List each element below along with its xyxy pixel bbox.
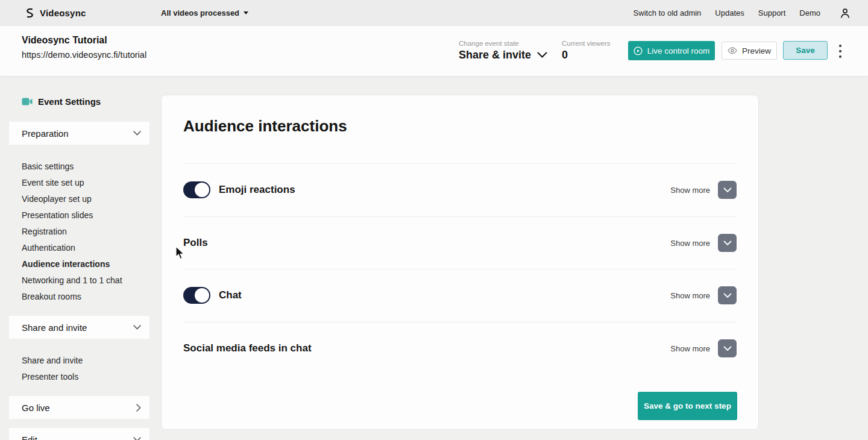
event-settings-label: Event Settings bbox=[38, 96, 101, 107]
save-and-next-step-button[interactable]: Save & go to next step bbox=[638, 392, 737, 420]
live-control-room-button[interactable]: Live control room bbox=[628, 41, 715, 60]
save-label: Save bbox=[796, 46, 815, 55]
preview-label: Preview bbox=[742, 46, 771, 55]
go-live-label: Go live bbox=[22, 403, 50, 413]
event-state-value: Share & invite bbox=[459, 49, 531, 61]
eye-icon bbox=[728, 47, 737, 54]
videos-processed-dropdown[interactable]: All videos processed bbox=[161, 0, 248, 26]
social-media-feeds-label: Social media feeds in chat bbox=[183, 342, 312, 354]
sidebar-item-basic-settings[interactable]: Basic settings bbox=[22, 158, 149, 174]
chat-expand-button[interactable] bbox=[718, 286, 737, 304]
link-updates[interactable]: Updates bbox=[715, 8, 744, 17]
chevron-down-icon bbox=[723, 293, 732, 298]
edit-label: Edit bbox=[22, 435, 37, 440]
sidebar-item-networking-1to1-chat[interactable]: Networking and 1 to 1 chat bbox=[22, 272, 149, 288]
sidebar-section-share-and-invite[interactable]: Share and invite bbox=[9, 316, 149, 339]
share-invite-items: Share and invite Presenter tools bbox=[22, 352, 149, 385]
sidebar-item-presentation-slides[interactable]: Presentation slides bbox=[22, 207, 149, 223]
chevron-right-icon bbox=[136, 404, 141, 412]
top-bar: Videosync All videos processed Switch to… bbox=[0, 0, 868, 26]
link-switch-old-admin[interactable]: Switch to old admin bbox=[634, 8, 702, 17]
emoji-reactions-label: Emoji reactions bbox=[219, 184, 295, 196]
preview-button[interactable]: Preview bbox=[722, 42, 777, 60]
videosync-logo[interactable]: Videosync bbox=[24, 7, 86, 19]
polls-label: Polls bbox=[183, 237, 208, 249]
audience-interactions-panel: Audience interactions Emoji reactions Sh… bbox=[161, 95, 759, 430]
topbar-links: Switch to old admin Updates Support Demo bbox=[634, 7, 868, 19]
preparation-items: Basic settings Event site set up Videopl… bbox=[22, 158, 149, 304]
current-viewers-label: Current viewers bbox=[562, 40, 611, 47]
sidebar-item-presenter-tools[interactable]: Presenter tools bbox=[22, 368, 149, 385]
chevron-down-icon bbox=[723, 187, 732, 193]
sidebar-item-authentication[interactable]: Authentication bbox=[22, 239, 149, 256]
event-title: Videosync Tutorial bbox=[22, 35, 107, 46]
toggle-knob bbox=[195, 183, 209, 197]
toggle-knob bbox=[195, 288, 209, 303]
current-viewers-count: 0 bbox=[562, 49, 568, 61]
link-demo[interactable]: Demo bbox=[799, 8, 820, 17]
chevron-down-icon bbox=[723, 240, 732, 246]
sidebar-section-preparation[interactable]: Preparation bbox=[9, 122, 149, 145]
logo-text: Videosync bbox=[40, 8, 86, 18]
row-social-media-feeds: Social media feeds in chat Show more bbox=[162, 322, 758, 375]
videosync-s-icon bbox=[24, 7, 36, 19]
social-media-feeds-expand-button[interactable] bbox=[718, 339, 737, 357]
video-camera-icon bbox=[22, 98, 33, 105]
videos-processed-label: All videos processed bbox=[161, 8, 239, 17]
event-state-dropdown[interactable]: Share & invite bbox=[459, 49, 547, 61]
live-control-room-label: Live control room bbox=[647, 46, 710, 55]
row-emoji-reactions: Emoji reactions Show more bbox=[162, 163, 758, 216]
chevron-down-icon bbox=[133, 437, 141, 440]
polls-expand-button[interactable] bbox=[718, 234, 737, 252]
sidebar-item-audience-interactions[interactable]: Audience interactions bbox=[22, 256, 149, 272]
page-title: Audience interactions bbox=[183, 117, 347, 136]
sidebar-item-registration[interactable]: Registration bbox=[22, 223, 149, 239]
emoji-reactions-expand-button[interactable] bbox=[718, 181, 737, 199]
chat-show-more[interactable]: Show more bbox=[670, 291, 710, 300]
preparation-label: Preparation bbox=[22, 128, 69, 139]
videosync-admin-screen: Videosync All videos processed Switch to… bbox=[0, 0, 868, 440]
more-options-kebab-menu[interactable] bbox=[837, 45, 843, 58]
sidebar-item-breakout-rooms[interactable]: Breakout rooms bbox=[22, 288, 149, 304]
chevron-down-icon bbox=[723, 346, 732, 351]
play-circle-icon bbox=[634, 46, 643, 55]
event-header: Videosync Tutorial https://demo.videosyn… bbox=[0, 26, 868, 77]
event-settings-title: Event Settings bbox=[22, 96, 101, 107]
social-media-feeds-show-more[interactable]: Show more bbox=[670, 344, 710, 353]
emoji-reactions-show-more[interactable]: Show more bbox=[670, 186, 710, 195]
emoji-reactions-toggle[interactable] bbox=[183, 181, 210, 198]
chevron-down-icon bbox=[133, 325, 141, 330]
chevron-down-icon bbox=[537, 52, 547, 58]
sidebar-section-go-live[interactable]: Go live bbox=[9, 396, 149, 419]
event-url[interactable]: https://demo.videosync.fi/tutorial bbox=[22, 50, 146, 60]
chevron-down-icon bbox=[133, 131, 141, 136]
row-polls: Polls Show more bbox=[162, 216, 758, 269]
sidebar-item-share-and-invite[interactable]: Share and invite bbox=[22, 352, 149, 368]
change-event-state-label: Change event state bbox=[459, 40, 519, 47]
sidebar-item-event-site-set-up[interactable]: Event site set up bbox=[22, 174, 149, 190]
link-support[interactable]: Support bbox=[758, 8, 786, 17]
chat-toggle[interactable] bbox=[183, 287, 210, 304]
caret-down-icon bbox=[244, 11, 248, 14]
user-account-icon[interactable] bbox=[839, 7, 851, 19]
save-button[interactable]: Save bbox=[783, 41, 828, 60]
sidebar-section-edit[interactable]: Edit bbox=[9, 428, 149, 440]
sidebar-item-videoplayer-set-up[interactable]: Videoplayer set up bbox=[22, 190, 149, 207]
row-chat: Chat Show more bbox=[162, 269, 758, 322]
polls-show-more[interactable]: Show more bbox=[670, 239, 710, 248]
share-and-invite-label: Share and invite bbox=[22, 322, 87, 333]
chat-label: Chat bbox=[219, 289, 242, 301]
